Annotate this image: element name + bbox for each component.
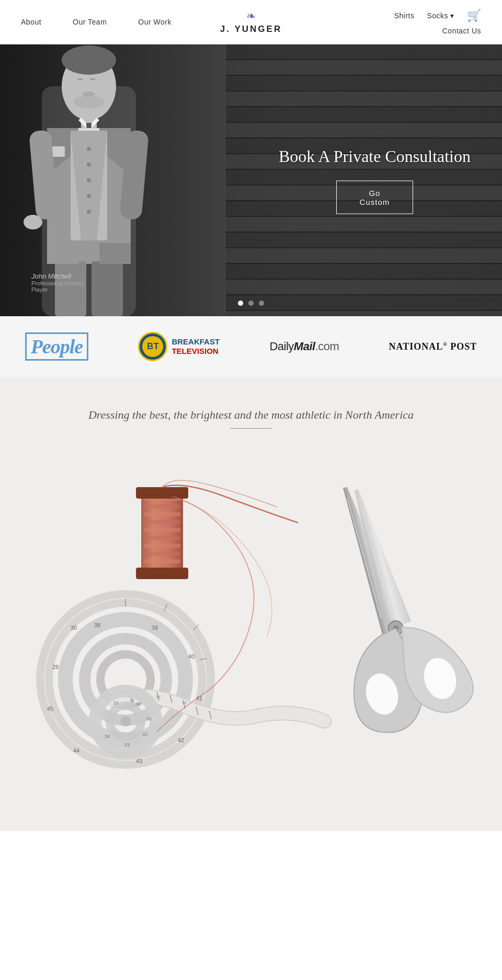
svg-rect-81 (136, 568, 188, 579)
people-logo-text: People (25, 332, 89, 361)
hero-person (0, 44, 178, 316)
dot-2[interactable] (248, 301, 254, 306)
svg-text:44: 44 (73, 747, 79, 754)
svg-text:32: 32 (142, 732, 147, 737)
breakfast-television-logo: BT BREAKFAST TELEVISION (138, 332, 220, 361)
svg-point-2 (62, 45, 116, 75)
dot-1[interactable] (238, 301, 243, 306)
site-header: About Our Team Our Work ❧ J. YUNGER Shir… (0, 0, 502, 44)
svg-point-21 (87, 194, 91, 198)
nav-right-bottom: Contact Us (442, 27, 481, 35)
svg-text:36: 36 (182, 700, 187, 705)
svg-text:33: 33 (124, 742, 130, 747)
tagline: Dressing the best, the brightest and the… (0, 377, 502, 439)
bt-inner-circle: BT (142, 336, 163, 357)
cart-icon[interactable]: 🛒 (467, 9, 481, 22)
dot-3[interactable] (259, 301, 264, 306)
tagline-underline (230, 428, 272, 429)
svg-point-18 (87, 147, 91, 151)
hero-title: Book A Private Consultation (279, 147, 471, 166)
sewing-illustration: 38 39 40 41 42 43 44 45 29 30 (0, 439, 502, 831)
daily-mail-logo: DailyMail.com (269, 340, 339, 353)
nav-our-team[interactable]: Our Team (73, 18, 107, 26)
hero-section: Book A Private Consultation GoCustom Joh… (0, 44, 502, 316)
hero-dots (238, 301, 264, 306)
svg-rect-27 (92, 261, 123, 316)
bt-breakfast: BREAKFAST (172, 337, 220, 347)
caption-name: John Mitchell (31, 272, 84, 280)
svg-text:30: 30 (136, 701, 141, 707)
svg-rect-74 (144, 520, 180, 524)
nav-right: Shirts Socks ▾ 🛒 Contact Us (394, 9, 481, 35)
sewing-scene: 38 39 40 41 42 43 44 45 29 30 (0, 439, 502, 831)
people-logo: People (25, 332, 89, 361)
svg-text:39: 39 (152, 625, 158, 631)
com-text: .com (315, 340, 339, 353)
logo-text: J. YUNGER (220, 24, 282, 34)
nav-contact[interactable]: Contact Us (442, 27, 481, 35)
national-post-text: NATIONAL® POST (389, 341, 477, 352)
person-svg (0, 44, 178, 316)
svg-rect-78 (144, 551, 180, 556)
svg-text:42: 42 (178, 737, 184, 743)
svg-text:29: 29 (52, 664, 59, 670)
svg-text:31: 31 (146, 716, 152, 721)
bt-television: TELEVISION (172, 347, 220, 356)
svg-point-20 (87, 178, 91, 182)
svg-text:34: 34 (105, 734, 110, 739)
svg-text:45: 45 (47, 706, 53, 712)
daily-mail-text: DailyMail.com (269, 340, 339, 353)
svg-text:40: 40 (188, 653, 195, 660)
bottom-section: Dressing the best, the brightest and the… (0, 377, 502, 831)
nav-right-top: Shirts Socks ▾ 🛒 (394, 9, 481, 22)
nav-shirts[interactable]: Shirts (394, 11, 415, 20)
nav-our-work[interactable]: Our Work (138, 18, 172, 26)
bt-text: BREAKFAST TELEVISION (172, 337, 220, 356)
svg-rect-79 (144, 559, 180, 563)
nav-socks[interactable]: Socks ▾ (427, 11, 454, 20)
go-custom-button[interactable]: GoCustom (336, 181, 414, 214)
svg-text:38: 38 (94, 622, 100, 628)
logo-icon: ❧ (220, 9, 282, 23)
caption-title: Professional HockeyPlayer (31, 280, 84, 293)
daily-text: Daily (269, 340, 293, 353)
svg-rect-77 (144, 544, 180, 548)
svg-text:29: 29 (113, 700, 118, 706)
bt-emblem: BT (138, 332, 167, 361)
svg-rect-72 (144, 504, 180, 509)
nav-left: About Our Team Our Work (21, 18, 172, 26)
national-post-logo: NATIONAL® POST (389, 341, 477, 352)
svg-rect-76 (144, 536, 180, 540)
mail-text: Mail (294, 340, 315, 353)
svg-rect-73 (144, 512, 180, 516)
press-section: People BT BREAKFAST TELEVISION DailyMail… (0, 316, 502, 377)
svg-text:43: 43 (136, 758, 142, 764)
svg-rect-4 (90, 78, 95, 80)
tagline-text: Dressing the best, the brightest and the… (88, 408, 414, 421)
svg-rect-3 (77, 78, 83, 80)
svg-point-25 (24, 215, 42, 229)
hero-caption: John Mitchell Professional HockeyPlayer (31, 272, 84, 293)
svg-text:30: 30 (71, 625, 77, 631)
svg-point-6 (73, 96, 105, 108)
svg-point-22 (87, 210, 91, 214)
svg-point-19 (87, 163, 91, 167)
site-logo[interactable]: ❧ J. YUNGER (220, 9, 282, 35)
svg-point-62 (120, 716, 131, 727)
svg-text:35: 35 (156, 695, 161, 699)
hero-content: Book A Private Consultation GoCustom (279, 147, 471, 214)
nav-about[interactable]: About (21, 18, 41, 26)
bt-outer-circle: BT (138, 332, 167, 361)
svg-rect-80 (136, 487, 188, 499)
svg-marker-28 (47, 243, 78, 264)
svg-rect-75 (144, 528, 180, 532)
svg-marker-29 (99, 243, 131, 264)
